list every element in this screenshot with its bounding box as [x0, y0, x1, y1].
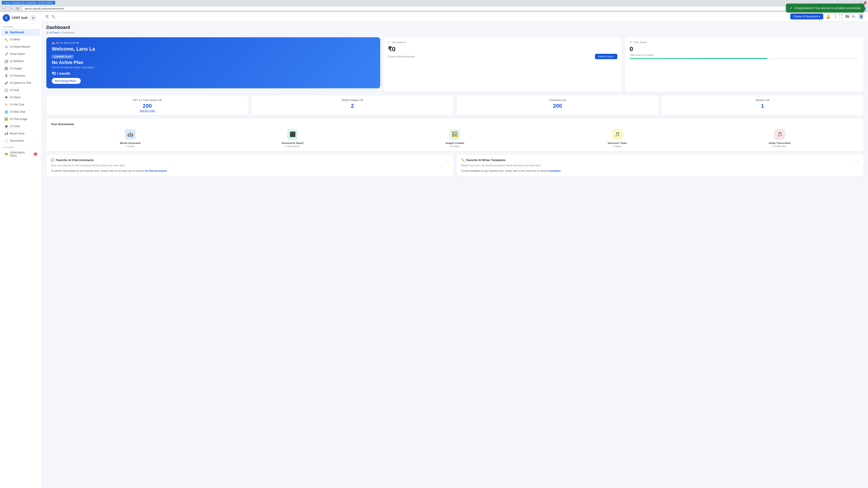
sidebar-item-ai-rewriter[interactable]: 🔄 AI ReWriter [1, 58, 40, 65]
favorites-row: 💬 Favorite AI Chat Assistants ⋯ Have you… [46, 155, 864, 176]
welcome-date: 📅 JUL 03, 2024 15:02 PM [52, 42, 375, 44]
sidebar-panel-label: AI PANEL [0, 24, 41, 29]
sidebar-item-ai-voiceover[interactable]: 🎙️ AI Voiceover › [1, 72, 40, 79]
browser-title-bar: 5 Sec. Forward (by keyframe) / 00:00:15(… [0, 0, 868, 5]
sidebar-label-ai-code: AI Code [10, 125, 20, 128]
doc-voiceover-tasks: 🎵 Voiceover Tasks 0 tasks [538, 129, 697, 148]
sidebar-item-ai-images[interactable]: 🖼️ AI Images [1, 65, 40, 72]
credit-characters-value: 200 [460, 103, 655, 109]
voiceover-expand-arrow: › [36, 74, 37, 77]
balance-sub: Current referral earnings Invite & Earn … [388, 54, 617, 59]
language-label[interactable]: En [852, 15, 855, 18]
breadcrumb-icon: ⊞ [46, 31, 49, 34]
current-plan-badge: CURRENT PLAN [52, 55, 73, 59]
fav-chat-more-button[interactable]: ⋯ [445, 158, 449, 163]
sidebar-item-smart-editor[interactable]: 🖊️ Smart Editor [1, 51, 40, 57]
logo-text: CPRT Soft [12, 16, 27, 20]
close-btn[interactable]: ✕ [864, 1, 866, 4]
doc-words-count: 0 words [51, 145, 210, 148]
address-input[interactable] [22, 6, 856, 11]
ai-chat-assistants-link[interactable]: AI Chat Assistants [145, 169, 167, 172]
balance-icon: ⏱ [388, 41, 391, 43]
fav-writer-more-button[interactable]: ⋯ [855, 158, 859, 163]
sidebar-item-ai-chat-image[interactable]: 🖼️ AI Chat Image [1, 116, 40, 123]
fullscreen-icon[interactable]: ⛶ [839, 14, 843, 19]
doc-audio-label: Audio Transcribed [700, 142, 859, 144]
ai-code-icon: 💻 [4, 125, 8, 128]
ai-chat-image-icon: 🖼️ [4, 117, 8, 121]
see-pricing-plans-button[interactable]: See Pricing Plans › [52, 78, 81, 84]
breadcrumb-current: Dashboard [62, 31, 74, 34]
sidebar-label-dashboard: Dashboard [10, 31, 24, 34]
ai-writer-icon: ✏️ [4, 38, 8, 41]
address-bar: ← → ↻ ☆ 👤 [0, 5, 868, 12]
pricing-btn-arrow: › [76, 79, 78, 82]
balance-label: ⏱ Your balance [388, 41, 617, 43]
view-all-credits-link[interactable]: View All Credits [50, 109, 245, 112]
time-saved-value: 0 [629, 45, 859, 53]
documents-grid: 🤖 Words Generated 0 words ⬛ Documents Sa… [51, 129, 859, 148]
sidebar-item-subscription[interactable]: 💳 Subscription Plans 1 [1, 149, 40, 159]
credit-card-gpt: GPT 3.5 Turbo Words Left 200 View All Cr… [46, 96, 248, 115]
sidebar-item-ai-speech-to-text[interactable]: 🎤 AI Speech to Text [1, 79, 40, 86]
words-generated-icon: 🤖 [125, 129, 135, 140]
doc-audio-count: 0 audio files [700, 145, 859, 148]
time-saved-sub: Total hours you saved [629, 54, 859, 56]
fav-chat-body: To add AI chat assitant as your favorite… [51, 169, 449, 173]
doc-images-count: 0 images [375, 145, 534, 148]
credits-row: GPT 3.5 Turbo Words Left 200 View All Cr… [46, 96, 864, 115]
refresh-button[interactable]: ↻ [16, 6, 20, 11]
breadcrumb: ⊞ AI Panel » Dashboard [46, 31, 864, 34]
audio-transcribed-icon: 🎵 [774, 129, 785, 140]
credit-gpt-title: GPT 3.5 Turbo Words Left [50, 99, 245, 101]
breadcrumb-panel-link[interactable]: AI Panel [50, 31, 59, 34]
balance-value: ₹0 [388, 45, 617, 53]
invite-earn-button[interactable]: Invite & Earn › [595, 54, 617, 59]
sidebar-item-ai-writer[interactable]: ✏️ AI Writer [1, 36, 40, 43]
ai-vision-icon: 👁️ [4, 96, 8, 99]
smart-editor-icon: 🖊️ [4, 52, 8, 56]
sidebar-item-dashboard[interactable]: ⊞ Dashboard [1, 29, 40, 36]
create-ai-document-button[interactable]: Create AI Document ▾ [790, 13, 823, 20]
forward-button[interactable]: → [8, 6, 13, 11]
sidebar-label-ai-web-chat: AI Web Chat [10, 110, 25, 113]
search-icon[interactable]: 🔍 [51, 15, 55, 18]
back-button[interactable]: ← [2, 6, 7, 11]
fav-chat-title: 💬 Favorite AI Chat Assistants [51, 158, 94, 162]
sidebar-item-ai-vision[interactable]: 👁️ AI Vision [1, 94, 40, 101]
app-header: ☰ 🔍 Create AI Document ▾ 🔔 ☽ ⛶ 🇺🇸 En 👤 [42, 12, 868, 21]
notifications-bell-icon[interactable]: 🔔 [826, 14, 831, 19]
credit-card-minutes: Minutes Left 1 [662, 96, 864, 115]
ai-article-wizard-icon: 📰 [4, 45, 8, 48]
ai-speech-icon: 🎤 [4, 81, 8, 85]
documents-expand-arrow: › [36, 140, 37, 142]
balance-card: ⏱ Your balance ₹0 Current referral earni… [383, 37, 622, 92]
credit-characters-title: Characters Left [460, 99, 655, 101]
templates-link[interactable]: templates [549, 169, 561, 172]
ai-file-chat-icon: 📁 [4, 103, 8, 106]
time-saved-label: ⏱ Time Saved [629, 41, 859, 43]
sidebar-item-ai-code[interactable]: 💻 AI Code [1, 123, 40, 130]
create-label: Create AI Document [794, 15, 818, 18]
browser-title: 5 Sec. Forward (by keyframe) / 00:00:15(… [2, 1, 55, 4]
sidebar-item-ai-article-wizard[interactable]: 📰 AI Article Wizard [1, 43, 40, 50]
logo-badge: ⚙ [30, 15, 36, 21]
welcome-card: 📅 JUL 03, 2024 15:02 PM Welcome, Lans La… [46, 37, 380, 88]
sidebar-label-subscription: Subscription Plans [10, 151, 32, 157]
main-content: ✓ Congratulations! Your account is activ… [42, 21, 868, 488]
sidebar-account-label: ACCOUNT [0, 144, 41, 149]
sidebar-item-ai-chat[interactable]: 💬 AI Chat [1, 87, 40, 94]
sidebar-label-ai-file-chat: AI File Chat [10, 103, 24, 106]
brand-voice-icon: 📢 [4, 132, 8, 135]
theme-toggle-icon[interactable]: ☽ [833, 14, 836, 19]
sidebar-label-ai-writer: AI Writer [10, 38, 20, 41]
user-avatar[interactable]: 👤 [858, 13, 864, 20]
time-saved-icon: ⏱ [629, 41, 632, 43]
sidebar-item-ai-web-chat[interactable]: 🌐 AI Web Chat [1, 108, 40, 115]
documents-section-title: Your Documents [51, 123, 859, 126]
sidebar-item-documents[interactable]: 📄 Documents › [1, 137, 40, 144]
menu-toggle-icon[interactable]: ☰ [45, 14, 49, 19]
sidebar-item-ai-file-chat[interactable]: 📁 AI File Chat [1, 101, 40, 108]
sidebar-item-brand-voice[interactable]: 📢 Brand Voice [1, 130, 40, 137]
logo-icon: C [3, 14, 10, 22]
